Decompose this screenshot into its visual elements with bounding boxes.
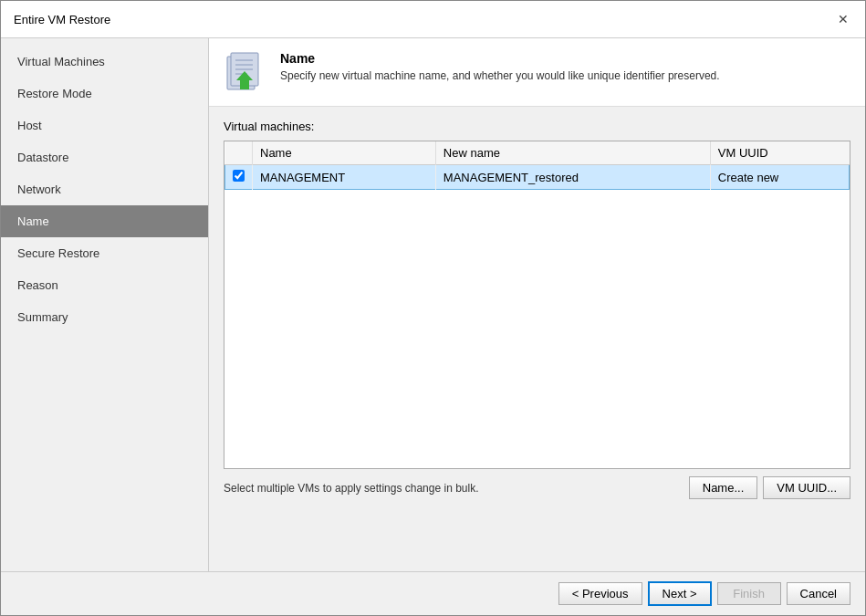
- table-row[interactable]: MANAGEMENT MANAGEMENT_restored Create ne…: [225, 165, 850, 190]
- content-area: Virtual MachinesRestore ModeHostDatastor…: [1, 38, 865, 571]
- row-new-name: MANAGEMENT_restored: [435, 165, 710, 190]
- header-icon: [224, 51, 267, 95]
- entire-vm-restore-dialog: Entire VM Restore ✕ Virtual MachinesRest…: [0, 0, 866, 616]
- sidebar-item-summary[interactable]: Summary: [1, 301, 208, 333]
- col-vmuuid: VM UUID: [710, 141, 849, 165]
- header-description: Specify new virtual machine name, and wh…: [280, 69, 720, 82]
- finish-button[interactable]: Finish: [717, 582, 781, 605]
- row-vmuuid: Create new: [710, 165, 849, 190]
- title-bar: Entire VM Restore ✕: [1, 1, 865, 38]
- row-checkbox[interactable]: [225, 165, 253, 190]
- name-button[interactable]: Name...: [689, 476, 758, 499]
- main-content: Virtual machines: Name New name VM UUID: [209, 107, 865, 571]
- sidebar-item-secure-restore[interactable]: Secure Restore: [1, 237, 208, 269]
- sidebar: Virtual MachinesRestore ModeHostDatastor…: [1, 38, 209, 571]
- main-header: Name Specify new virtual machine name, a…: [209, 38, 865, 107]
- vmuuid-button[interactable]: VM UUID...: [763, 476, 850, 499]
- row-name: MANAGEMENT: [253, 165, 436, 190]
- vm-table-container: Name New name VM UUID MANAGEMENT MANAGEM…: [224, 141, 850, 469]
- main-panel: Name Specify new virtual machine name, a…: [209, 38, 865, 571]
- close-button[interactable]: ✕: [834, 10, 852, 28]
- col-checkbox: [225, 141, 253, 165]
- sidebar-item-restore-mode[interactable]: Restore Mode: [1, 78, 208, 110]
- sidebar-item-host[interactable]: Host: [1, 110, 208, 141]
- table-header-row: Name New name VM UUID: [225, 141, 850, 165]
- previous-button[interactable]: < Previous: [558, 582, 642, 605]
- sidebar-item-network[interactable]: Network: [1, 173, 208, 205]
- vm-table: Name New name VM UUID MANAGEMENT MANAGEM…: [224, 141, 850, 190]
- sidebar-item-datastore[interactable]: Datastore: [1, 141, 208, 173]
- bulk-text: Select multiple VMs to apply settings ch…: [224, 482, 478, 495]
- bulk-buttons: Name... VM UUID...: [689, 476, 850, 499]
- sidebar-item-name[interactable]: Name: [1, 205, 208, 237]
- sidebar-item-reason[interactable]: Reason: [1, 269, 208, 301]
- dialog-title: Entire VM Restore: [14, 13, 110, 26]
- footer: < Previous Next > Finish Cancel: [1, 571, 865, 615]
- col-new-name: New name: [435, 141, 710, 165]
- header-text-block: Name Specify new virtual machine name, a…: [280, 51, 720, 82]
- sidebar-item-virtual-machines[interactable]: Virtual Machines: [1, 46, 208, 78]
- vm-section-label: Virtual machines:: [224, 120, 850, 133]
- next-button[interactable]: Next >: [648, 581, 712, 606]
- header-title: Name: [280, 51, 720, 66]
- col-name: Name: [253, 141, 436, 165]
- bulk-area: Select multiple VMs to apply settings ch…: [224, 476, 850, 499]
- cancel-button[interactable]: Cancel: [787, 582, 850, 605]
